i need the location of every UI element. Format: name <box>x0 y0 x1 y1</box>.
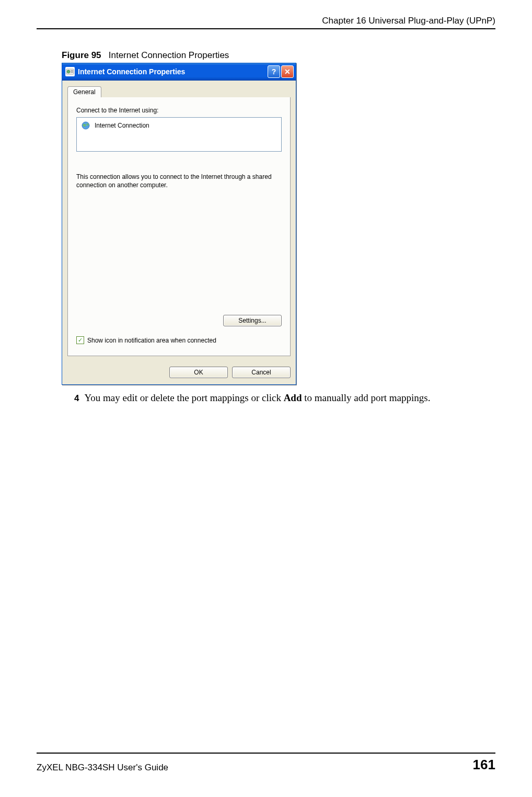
tab-general[interactable]: General <box>67 86 101 97</box>
help-button[interactable]: ? <box>268 65 280 78</box>
settings-button[interactable]: Settings... <box>223 315 282 326</box>
instruction-step-4: 4You may edit or delete the port mapping… <box>74 391 495 405</box>
step-text-pre: You may edit or delete the port mappings… <box>84 392 283 403</box>
footer-rule <box>37 753 495 754</box>
properties-icon <box>65 67 75 76</box>
page-footer: ZyXEL NBG-334SH User's Guide 161 <box>37 753 495 773</box>
step-text-bold: Add <box>284 392 302 403</box>
chapter-header: Chapter 16 Universal Plug-and-Play (UPnP… <box>37 16 495 26</box>
svg-rect-4 <box>71 72 73 73</box>
dialog-window: Internet Connection Properties ? ✕ Gener… <box>62 63 296 385</box>
cancel-button[interactable]: Cancel <box>232 367 291 378</box>
connect-using-label: Connect to the Internet using: <box>76 107 282 114</box>
close-button[interactable]: ✕ <box>281 65 294 78</box>
show-icon-label: Show icon in notification area when conn… <box>87 337 216 344</box>
header-rule <box>37 28 495 29</box>
window-title: Internet Connection Properties <box>78 67 268 76</box>
show-icon-checkbox[interactable]: ✓ <box>76 336 84 344</box>
ok-button[interactable]: OK <box>169 367 228 378</box>
connection-listbox[interactable]: Internet Connection <box>76 117 282 152</box>
connection-description: This connection allows you to connect to… <box>76 173 282 189</box>
guide-name: ZyXEL NBG-334SH User's Guide <box>37 762 168 773</box>
svg-rect-2 <box>71 70 73 71</box>
figure-caption: Figure 95 Internet Connection Properties <box>62 50 495 61</box>
tab-strip: General <box>67 86 291 98</box>
step-number: 4 <box>74 393 79 403</box>
show-icon-row[interactable]: ✓ Show icon in notification area when co… <box>76 336 216 344</box>
dialog-footer: OK Cancel <box>62 361 296 384</box>
titlebar[interactable]: Internet Connection Properties ? ✕ <box>62 63 296 81</box>
globe-icon <box>81 121 90 130</box>
step-text-post: to manually add port mappings. <box>302 392 431 403</box>
page-number: 161 <box>473 757 495 773</box>
figure-label: Figure 95 <box>62 50 101 60</box>
tab-panel-general: Connect to the Internet using: Internet … <box>67 97 291 356</box>
svg-rect-3 <box>71 71 73 72</box>
connection-item[interactable]: Internet Connection <box>79 120 279 131</box>
figure-title: Internet Connection Properties <box>109 50 229 60</box>
connection-item-label: Internet Connection <box>95 122 149 129</box>
